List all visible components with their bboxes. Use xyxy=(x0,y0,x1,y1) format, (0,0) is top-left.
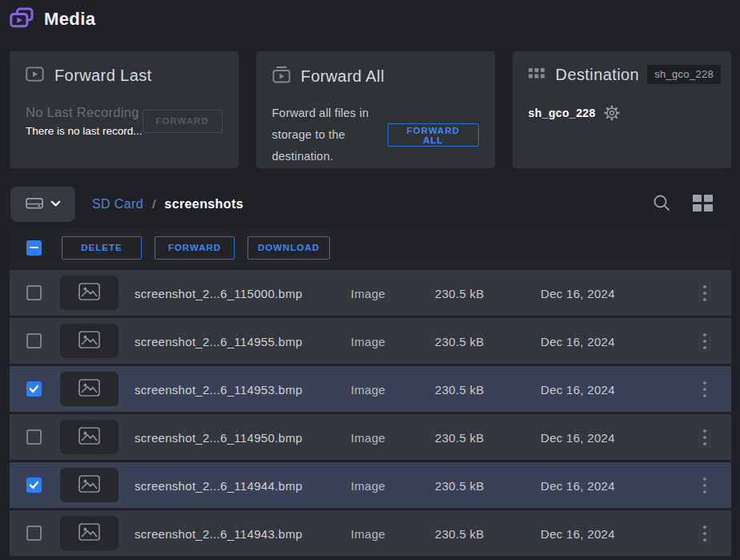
summary-cards: Forward Last No Last Recording There is … xyxy=(10,51,731,168)
file-date: Dec 16, 2024 xyxy=(541,382,615,396)
file-date: Dec 16, 2024 xyxy=(541,286,615,300)
no-last-recording-status: No Last Recording xyxy=(26,105,143,120)
file-name: screenshot_2...6_114950.bmp xyxy=(135,430,303,444)
forward-all-desc: Forward all files in storage to the dest… xyxy=(272,103,388,167)
selection-bar: DELETE FORWARD DOWNLOAD xyxy=(10,228,731,267)
image-placeholder-icon xyxy=(78,427,100,448)
row-menu-button[interactable] xyxy=(698,377,711,402)
file-thumbnail xyxy=(60,516,119,550)
file-date: Dec 16, 2024 xyxy=(541,526,615,540)
destination-name: sh_gco_228 xyxy=(529,107,596,119)
kebab-menu-icon xyxy=(703,333,706,336)
forward-last-title: Forward Last xyxy=(54,66,152,85)
destination-title: Destination xyxy=(556,66,639,84)
download-button[interactable]: DOWNLOAD xyxy=(247,236,330,260)
forward-all-head: Forward All xyxy=(272,66,479,87)
grid-dots-icon xyxy=(529,68,545,83)
grid-view-button[interactable] xyxy=(693,195,713,214)
file-size: 230.5 kB xyxy=(435,526,485,540)
page-title: Media xyxy=(44,9,95,30)
forward-last-info: No Last Recording There is no last recor… xyxy=(26,105,143,137)
file-type: Image xyxy=(351,430,385,444)
table-row[interactable]: screenshot_2...6_114953.bmp Image 230.5 … xyxy=(10,366,731,412)
media-screen: Media Forward Last No Last Recording The… xyxy=(0,0,740,560)
row-menu-button[interactable] xyxy=(698,280,711,306)
file-thumbnail xyxy=(60,324,119,358)
row-checkbox[interactable] xyxy=(26,333,42,348)
app-header: Media xyxy=(0,0,740,38)
breadcrumb-separator: / xyxy=(152,197,155,211)
table-row[interactable]: screenshot_2...6_114944.bmp Image 230.5 … xyxy=(10,462,731,508)
image-placeholder-icon xyxy=(78,283,100,304)
play-box-icon xyxy=(26,66,44,86)
file-type: Image xyxy=(351,526,385,540)
file-name: screenshot_2...6_115000.bmp xyxy=(135,286,303,300)
table-row[interactable]: screenshot_2...6_114955.bmp Image 230.5 … xyxy=(10,318,731,364)
image-placeholder-icon xyxy=(78,475,100,496)
kebab-menu-icon xyxy=(703,526,706,529)
row-checkbox[interactable] xyxy=(26,477,42,493)
file-size: 230.5 kB xyxy=(435,430,485,444)
media-icon xyxy=(10,7,34,32)
row-menu-button[interactable] xyxy=(698,473,711,498)
row-checkbox[interactable] xyxy=(26,429,42,445)
file-date: Dec 16, 2024 xyxy=(541,334,615,348)
breadcrumb: SD Card / screenshots xyxy=(92,197,243,212)
image-placeholder-icon xyxy=(78,523,100,544)
file-size: 230.5 kB xyxy=(435,382,485,396)
browse-toolbar: SD Card / screenshots xyxy=(10,186,731,222)
kebab-menu-icon xyxy=(703,477,706,481)
file-size: 230.5 kB xyxy=(435,334,485,348)
row-checkbox[interactable] xyxy=(26,526,42,541)
select-all-checkbox[interactable] xyxy=(26,240,42,256)
grid-view-icon xyxy=(693,195,713,214)
forward-all-card: Forward All Forward all files in storage… xyxy=(256,51,495,168)
file-size: 230.5 kB xyxy=(435,478,485,492)
no-last-recording-desc: There is no last record... xyxy=(26,125,143,137)
storage-icon xyxy=(26,195,43,212)
indeterminate-mark xyxy=(30,247,38,249)
forward-all-button[interactable]: FORWARD ALL xyxy=(388,123,478,147)
delete-button[interactable]: DELETE xyxy=(62,236,142,260)
file-thumbnail xyxy=(60,420,119,454)
forward-last-head: Forward Last xyxy=(26,66,223,86)
file-type: Image xyxy=(351,382,385,396)
image-placeholder-icon xyxy=(78,331,100,352)
destination-badge: sh_gco_228 xyxy=(647,65,721,84)
gear-icon[interactable] xyxy=(604,105,620,121)
breadcrumb-root-link[interactable]: SD Card xyxy=(92,197,143,212)
row-menu-button[interactable] xyxy=(698,328,711,354)
search-icon xyxy=(653,194,671,215)
storage-selector-button[interactable] xyxy=(10,187,75,222)
row-menu-button[interactable] xyxy=(698,521,711,546)
forward-selected-button[interactable]: FORWARD xyxy=(155,236,235,260)
file-name: screenshot_2...6_114944.bmp xyxy=(135,478,303,492)
file-thumbnail xyxy=(60,276,119,310)
kebab-menu-icon xyxy=(703,381,706,385)
archive-play-icon xyxy=(272,66,291,87)
file-size: 230.5 kB xyxy=(435,286,485,300)
table-row[interactable]: screenshot_2...6_114943.bmp Image 230.5 … xyxy=(10,510,731,556)
forward-last-card: Forward Last No Last Recording There is … xyxy=(10,51,239,168)
table-row[interactable]: screenshot_2...6_114950.bmp Image 230.5 … xyxy=(10,414,731,460)
row-menu-button[interactable] xyxy=(698,425,711,450)
row-checkbox[interactable] xyxy=(26,381,42,397)
file-type: Image xyxy=(351,478,385,492)
image-placeholder-icon xyxy=(78,379,100,400)
file-name: screenshot_2...6_114955.bmp xyxy=(135,334,303,348)
kebab-menu-icon xyxy=(703,429,706,433)
table-row[interactable]: screenshot_2...6_115000.bmp Image 230.5 … xyxy=(10,270,731,316)
chevron-down-icon xyxy=(50,198,61,210)
search-button[interactable] xyxy=(653,194,671,215)
kebab-menu-icon xyxy=(703,285,706,288)
file-thumbnail xyxy=(60,372,119,406)
destination-card: Destination sh_gco_228 sh_gco_228 xyxy=(513,51,731,168)
file-name: screenshot_2...6_114943.bmp xyxy=(135,526,303,540)
row-checkbox[interactable] xyxy=(26,285,42,300)
file-date: Dec 16, 2024 xyxy=(541,478,615,492)
file-name: screenshot_2...6_114953.bmp xyxy=(135,382,303,396)
file-type: Image xyxy=(351,334,385,348)
file-date: Dec 16, 2024 xyxy=(541,430,615,444)
forward-button[interactable]: FORWARD xyxy=(143,110,223,133)
forward-all-title: Forward All xyxy=(301,67,384,86)
